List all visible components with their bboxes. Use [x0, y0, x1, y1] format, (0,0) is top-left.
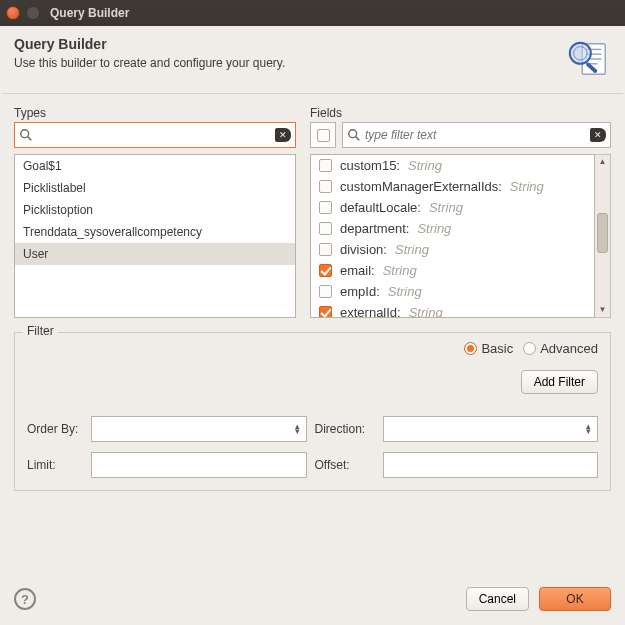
search-icon — [347, 128, 361, 142]
fields-search-input[interactable] — [365, 128, 586, 142]
add-filter-button[interactable]: Add Filter — [521, 370, 598, 394]
ok-button[interactable]: OK — [539, 587, 611, 611]
page-subtitle: Use this builder to create and configure… — [14, 56, 285, 70]
radio-icon — [523, 342, 536, 355]
types-list-item[interactable]: User — [15, 243, 295, 265]
direction-label: Direction: — [315, 422, 375, 436]
window-title: Query Builder — [50, 6, 129, 20]
checkbox-icon[interactable] — [319, 159, 332, 172]
fields-list-item[interactable]: externalId:String — [311, 302, 594, 318]
direction-combo[interactable]: ▴▾ — [383, 416, 599, 442]
filter-label: Filter — [23, 324, 58, 338]
checkbox-icon[interactable] — [319, 180, 332, 193]
checkbox-icon[interactable] — [319, 201, 332, 214]
types-list[interactable]: Goal$1PicklistlabelPicklistoptionTrendda… — [14, 154, 296, 318]
chevron-updown-icon: ▴▾ — [295, 424, 300, 434]
titlebar: Query Builder — [0, 0, 625, 26]
page-title: Query Builder — [14, 36, 285, 52]
dialog-footer: ? Cancel OK — [0, 575, 625, 625]
svg-point-8 — [21, 130, 29, 138]
close-window-button[interactable] — [6, 6, 20, 20]
fields-search[interactable] — [342, 122, 611, 148]
types-search[interactable] — [14, 122, 296, 148]
offset-label: Offset: — [315, 458, 375, 472]
filter-mode-advanced[interactable]: Advanced — [523, 341, 598, 356]
magnifier-document-icon — [565, 36, 611, 85]
filter-mode-basic[interactable]: Basic — [464, 341, 513, 356]
svg-point-10 — [349, 130, 357, 138]
cancel-button[interactable]: Cancel — [466, 587, 529, 611]
types-list-item[interactable]: Trenddata_sysoverallcompetency — [15, 221, 295, 243]
checkbox-icon[interactable] — [319, 222, 332, 235]
types-list-item[interactable]: Picklistlabel — [15, 177, 295, 199]
dialog-header: Query Builder Use this builder to create… — [0, 26, 625, 93]
types-label: Types — [14, 106, 296, 120]
checkbox-icon[interactable] — [319, 285, 332, 298]
clear-types-search-icon[interactable] — [275, 128, 291, 142]
search-icon — [19, 128, 33, 142]
fields-list-item[interactable]: division:String — [311, 239, 594, 260]
chevron-updown-icon: ▴▾ — [586, 424, 591, 434]
scroll-up-icon[interactable]: ▲ — [595, 155, 610, 169]
radio-checked-icon — [464, 342, 477, 355]
limit-input[interactable] — [91, 452, 307, 478]
scroll-thumb[interactable] — [597, 213, 608, 253]
fields-list-item[interactable]: email:String — [311, 260, 594, 281]
types-list-item[interactable]: Goal$1 — [15, 155, 295, 177]
fields-label: Fields — [310, 106, 611, 120]
clear-fields-search-icon[interactable] — [590, 128, 606, 142]
scroll-down-icon[interactable]: ▼ — [595, 303, 610, 317]
limit-label: Limit: — [27, 458, 83, 472]
svg-line-11 — [356, 137, 360, 141]
svg-point-5 — [570, 43, 591, 64]
fields-select-all[interactable] — [310, 122, 336, 148]
types-search-input[interactable] — [37, 128, 271, 142]
offset-input[interactable] — [383, 452, 599, 478]
checkbox-checked-icon[interactable] — [319, 264, 332, 277]
minimize-window-button[interactable] — [26, 6, 40, 20]
checkbox-icon[interactable] — [319, 243, 332, 256]
help-button[interactable]: ? — [14, 588, 36, 610]
svg-line-9 — [28, 137, 32, 141]
fields-list-item[interactable]: defaultLocale:String — [311, 197, 594, 218]
checkbox-checked-icon[interactable] — [319, 306, 332, 318]
fields-list-item[interactable]: department:String — [311, 218, 594, 239]
orderby-combo[interactable]: ▴▾ — [91, 416, 307, 442]
fields-list-item[interactable]: customManagerExternalIds:String — [311, 176, 594, 197]
orderby-label: Order By: — [27, 422, 83, 436]
fields-list-item[interactable]: custom15:String — [311, 155, 594, 176]
types-list-item[interactable]: Picklistoption — [15, 199, 295, 221]
fields-list-item[interactable]: empId:String — [311, 281, 594, 302]
fields-scrollbar[interactable]: ▲ ▼ — [595, 154, 611, 318]
fields-list[interactable]: custom15:StringcustomManagerExternalIds:… — [310, 154, 595, 318]
filter-panel: Filter Basic Advanced Add Filter Order B… — [14, 332, 611, 491]
